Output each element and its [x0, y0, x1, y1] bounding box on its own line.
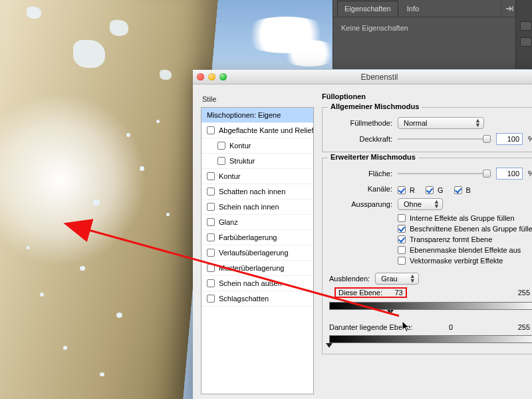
style-item-label: Schein nach außen: [219, 279, 282, 287]
window-minimize-icon[interactable]: [208, 73, 215, 80]
opacity-input[interactable]: [496, 133, 523, 145]
channels-label: Kanäle:: [329, 185, 392, 193]
cb-vectormask-hides[interactable]: Vektormaske verbirgt Effekte: [398, 257, 532, 265]
channel-b[interactable]: B: [454, 186, 471, 194]
style-item-label: Kontur: [219, 172, 240, 180]
style-checkbox[interactable]: [207, 218, 215, 226]
general-blend-group: Allgemeiner Mischmodus Füllmethode: Norm…: [322, 107, 532, 152]
blend-mode-label: Füllmethode:: [329, 119, 392, 127]
style-item-2[interactable]: Kontur: [201, 138, 313, 154]
style-checkbox[interactable]: [217, 157, 225, 165]
layer-style-dialog: Ebenenstil Stile Mischoptionen: EigeneAb…: [193, 70, 532, 399]
style-item-8[interactable]: Farbüberlagerung: [201, 230, 313, 245]
style-item-label: Farbüberlagerung: [219, 233, 277, 241]
this-layer-label: Diese Ebene:: [338, 289, 382, 297]
this-layer-highlight: Diese Ebene: 73: [334, 287, 407, 298]
style-item-11[interactable]: Schein nach außen: [201, 276, 313, 291]
style-item-7[interactable]: Glanz: [201, 215, 313, 230]
style-checkbox[interactable]: [207, 249, 215, 257]
under-layer-high-value: 255: [477, 323, 532, 331]
knockout-label: Aussparung:: [329, 200, 392, 208]
this-layer-blend-slider[interactable]: [329, 302, 532, 314]
fill-pct: %: [528, 170, 532, 178]
style-item-1[interactable]: Abgeflachte Kante und Relief: [201, 123, 313, 138]
style-item-5[interactable]: Schatten nach innen: [201, 184, 313, 200]
style-item-label: Schlagschatten: [219, 295, 269, 303]
style-item-label: Schein nach innen: [219, 203, 279, 211]
cb-internal-effects[interactable]: Interne Effekte als Gruppe füllen: [398, 214, 532, 222]
general-blend-legend: Allgemeiner Mischmodus: [328, 102, 422, 110]
fill-opacity-slider[interactable]: [398, 168, 491, 179]
style-item-10[interactable]: Musterüberlagerung: [201, 261, 313, 276]
style-checkbox[interactable]: [217, 142, 225, 150]
style-checkbox[interactable]: [207, 295, 215, 303]
styles-header: Stile: [201, 92, 314, 107]
tab-info[interactable]: Info: [400, 1, 426, 16]
style-item-label: Struktur: [229, 157, 255, 165]
styles-list[interactable]: Mischoptionen: EigeneAbgeflachte Kante u…: [201, 107, 314, 394]
under-layer-low-value: 0: [424, 323, 477, 331]
style-item-6[interactable]: Schein nach innen: [201, 200, 313, 215]
opacity-pct: %: [528, 135, 532, 143]
channel-r[interactable]: R: [398, 186, 415, 194]
under-layer-label: Darunter liegende Ebene:: [329, 323, 412, 331]
style-item-3[interactable]: Struktur: [201, 154, 313, 169]
style-checkbox[interactable]: [207, 264, 215, 272]
style-checkbox[interactable]: [207, 233, 215, 241]
style-item-label: Glanz: [219, 218, 238, 226]
style-item-label: Schatten nach innen: [219, 188, 285, 196]
dock-icon-b[interactable]: [520, 37, 532, 47]
dialog-title: Ebenenstil: [231, 72, 532, 82]
style-checkbox[interactable]: [207, 126, 215, 134]
this-layer-low-value: 73: [394, 289, 402, 297]
advanced-blend-legend: Erweiterter Mischmodus: [328, 153, 418, 161]
style-item-label: Mischoptionen: Eigene: [207, 111, 281, 119]
style-item-label: Kontur: [229, 142, 251, 150]
window-close-icon[interactable]: [197, 73, 204, 80]
fill-opacity-input[interactable]: [496, 168, 523, 180]
channel-g[interactable]: G: [426, 186, 444, 194]
style-item-9[interactable]: Verlaufsüberlagerung: [201, 245, 313, 261]
under-layer-blend-slider[interactable]: [329, 335, 532, 347]
cb-transparency-shapes[interactable]: Transparenz formt Ebene: [398, 235, 532, 243]
style-item-label: Musterüberlagerung: [219, 264, 284, 272]
style-item-4[interactable]: Kontur: [201, 169, 313, 184]
fill-options-header: Fülloptionen: [322, 92, 532, 100]
style-checkbox[interactable]: [207, 172, 215, 180]
cb-clipped-layers[interactable]: Beschnittene Ebenen als Gruppe füllen: [398, 225, 532, 233]
fill-opacity-label: Fläche:: [329, 170, 392, 178]
style-checkbox[interactable]: [207, 279, 215, 287]
blendif-channel-select[interactable]: Grau ▲▼: [375, 273, 418, 285]
advanced-blend-group: Erweiterter Mischmodus Fläche: % Kanäle:…: [322, 158, 532, 354]
opacity-slider[interactable]: [398, 134, 491, 144]
tab-eigenschaften[interactable]: Eigenschaften: [337, 1, 398, 16]
blend-mode-select[interactable]: Normal ▲▼: [398, 117, 484, 129]
panel-dock-strip: [515, 0, 532, 69]
this-layer-high-value: 255: [419, 289, 532, 297]
properties-body: Keine Eigenschaften: [333, 17, 532, 39]
blendif-label: Ausblenden:: [329, 275, 370, 283]
dock-icon-a[interactable]: [520, 21, 532, 31]
properties-panel: Eigenschaften Info Keine Eigenschaften: [332, 0, 532, 69]
style-item-label: Verlaufsüberlagerung: [219, 249, 289, 257]
style-checkbox[interactable]: [207, 203, 215, 211]
style-item-0[interactable]: Mischoptionen: Eigene: [201, 108, 313, 123]
cb-layermask-hides[interactable]: Ebenenmaske blendet Effekte aus: [398, 246, 532, 254]
window-zoom-icon[interactable]: [219, 73, 227, 80]
style-checkbox[interactable]: [207, 188, 215, 196]
opacity-label: Deckkraft:: [329, 135, 392, 143]
knockout-select[interactable]: Ohne ▲▼: [398, 198, 443, 210]
style-item-12[interactable]: Schlagschatten: [201, 291, 313, 307]
dialog-titlebar[interactable]: Ebenenstil: [193, 70, 532, 84]
style-item-label: Abgeflachte Kante und Relief: [219, 126, 314, 134]
